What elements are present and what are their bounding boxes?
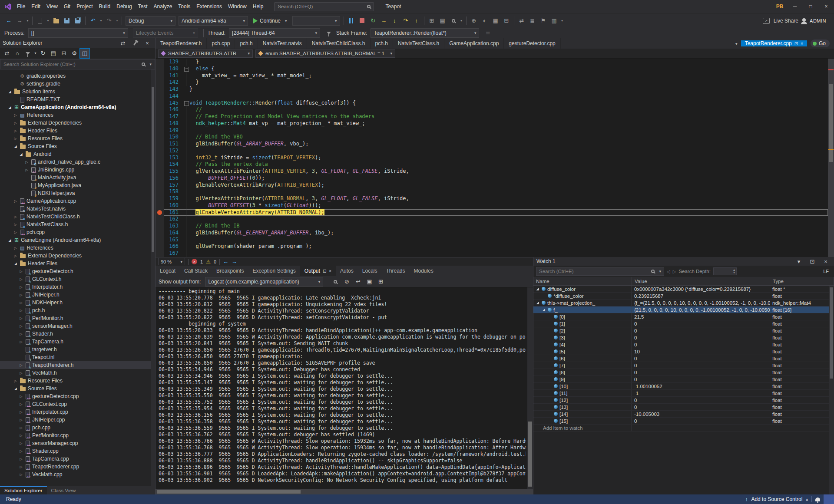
output-word-wrap-button[interactable]: ↩ [353, 277, 363, 287]
output-vertical-scrollbar[interactable] [527, 287, 533, 489]
tree-item[interactable]: ▷++GameApplication.cpp [0, 197, 155, 205]
expander-icon[interactable]: ◢ [13, 387, 18, 391]
tree-item[interactable]: ⚙settings.gradle [0, 80, 155, 88]
output-find-button[interactable] [330, 277, 341, 287]
tree-item[interactable]: ▷++PerfMonitor.cpp [0, 432, 155, 439]
code-line-150[interactable]: 150 // Bind the VBO [156, 134, 828, 141]
expander-icon[interactable]: ▷ [19, 457, 23, 461]
watch-row[interactable]: [14]-10.005003float [533, 411, 834, 418]
tree-item[interactable]: JMainActivity.java [0, 174, 155, 181]
expander-icon[interactable]: ▷ [13, 254, 18, 258]
thread-filter-button[interactable] [324, 28, 334, 38]
watch-row[interactable]: ◢this->mat_projection_{f_={21.5, 0, 0, 0… [533, 300, 834, 306]
watch-row[interactable]: [4]0float [533, 341, 834, 348]
tree-item[interactable]: ▷hNatvisTestChildClass.h [0, 213, 155, 221]
expander-icon[interactable]: ▷ [13, 113, 18, 117]
keep-open-icon[interactable]: ⊡ [794, 41, 798, 46]
menu-file[interactable]: File [14, 1, 28, 12]
breakpoint-margin[interactable] [156, 250, 164, 257]
watch-row[interactable]: [0]21.5float [533, 313, 834, 320]
watch-column-value[interactable]: Value [632, 277, 770, 285]
se-refresh-button[interactable]: ↻ [38, 48, 48, 59]
watch-row[interactable]: [2]0float [533, 327, 834, 334]
pin-icon[interactable]: ⊡ [323, 269, 326, 273]
code-line-165[interactable]: 165 [156, 237, 828, 244]
tree-item[interactable]: ▷▤References [0, 244, 155, 252]
step-out-button[interactable]: ↑ [411, 16, 422, 26]
output-clear-all-button[interactable]: ⊘ [341, 277, 352, 287]
watch-row[interactable]: [9]0float [533, 376, 834, 383]
code-line-166[interactable]: 166 glUseProgram(shader_param_.program_)… [156, 243, 828, 250]
menu-build[interactable]: Build [96, 1, 114, 12]
solution-explorer-scrollbar[interactable] [151, 69, 155, 486]
code-line-140[interactable]: 140 else { [156, 66, 828, 72]
code-line-146[interactable]: 146 // [156, 106, 828, 113]
watch-title-bar[interactable]: Watch 1 ▾⊡× [533, 257, 834, 266]
fold-toggle-icon[interactable] [183, 66, 189, 72]
restart-button[interactable]: ↻ [368, 16, 378, 26]
nav-forward-button[interactable]: → [14, 16, 25, 26]
document-tab[interactable]: NatvisTest.natvis [258, 38, 307, 49]
immediate-window-button[interactable]: ▤ [437, 16, 448, 26]
go-button[interactable]: Go [811, 40, 830, 47]
spinner-arrows[interactable]: ▴▾ [733, 269, 735, 274]
breakpoint-margin[interactable] [156, 141, 164, 148]
attach-to-process-button[interactable]: ⊕ [469, 16, 479, 26]
watch-row[interactable]: [7]0float [533, 362, 834, 369]
se-pin-icon[interactable] [130, 38, 140, 48]
tree-item[interactable]: ▷hInterpolator.h [0, 283, 155, 291]
breakpoint-margin[interactable] [156, 168, 164, 175]
watch-row[interactable]: [13]0float [533, 404, 834, 411]
breakpoint-margin[interactable] [156, 106, 164, 113]
tree-item[interactable]: htargetver.h [0, 346, 155, 353]
tree-item[interactable]: ◢⊞GameEngine (Android-arm64-v8a) [0, 236, 155, 244]
tree-item[interactable]: ▷hsensorManager.h [0, 322, 155, 330]
code-line-154[interactable]: 154 // Pass the vertex data [156, 161, 828, 168]
tree-item[interactable]: README.TXT [0, 96, 155, 103]
tree-item[interactable]: ▷++VecMath.cpp [0, 471, 155, 478]
tree-item[interactable]: ▷hTeapotRenderer.h [0, 361, 155, 369]
watch-row[interactable]: [5]10float [533, 348, 834, 355]
step-into-button[interactable]: ↓ [390, 16, 400, 26]
breakpoint-margin[interactable] [156, 86, 164, 93]
document-tab[interactable]: GameApplication.cpp [444, 38, 504, 49]
se-close-icon[interactable]: × [142, 38, 152, 48]
code-line-160[interactable]: 160 BUFFER_OFFSET(3 * sizeof(GLfloat))); [156, 202, 828, 209]
expander-icon[interactable]: ▷ [19, 426, 23, 430]
se-switch-views-icon[interactable]: ⇄ [118, 38, 128, 48]
breakpoint-margin[interactable] [156, 66, 164, 72]
quick-search-box[interactable]: Search (Ctrl+Q) [274, 2, 374, 11]
tree-item[interactable]: ▷hNDKHelper.h [0, 299, 155, 306]
scrollbar-thumb[interactable] [830, 287, 833, 379]
breakpoint-margin[interactable] [156, 161, 164, 168]
expander-icon[interactable]: ▷ [19, 277, 23, 281]
expander-icon[interactable]: ▷ [13, 215, 18, 219]
tree-item[interactable]: ▷hVecMath.h [0, 369, 155, 377]
tree-item[interactable]: ▷++JniBindings.cpp [0, 166, 155, 174]
breakpoint-margin[interactable] [156, 202, 164, 209]
watch-row[interactable]: [3]0float [533, 334, 834, 341]
panel-tab-autos[interactable]: Autos [336, 266, 358, 276]
expander-icon[interactable]: ▷ [19, 402, 23, 406]
account-badge[interactable]: PB [772, 3, 787, 10]
breakpoint-margin[interactable] [156, 155, 164, 161]
source-control-chevron-icon[interactable]: ▴ [806, 497, 808, 501]
expander-icon[interactable]: ▷ [19, 449, 23, 453]
output-source-combo[interactable]: Logcat (com.example.gameapplication) ▾ [205, 277, 323, 287]
expander-icon[interactable]: ▷ [13, 246, 18, 250]
se-filter-dropdown[interactable]: ▾ [33, 48, 38, 59]
menu-test[interactable]: Test [135, 1, 151, 12]
members-dropdown[interactable]: enum SHADER_ATTRIBUTES ATTRIB_NORMAL = 1… [255, 49, 395, 58]
feedback-button[interactable] [824, 494, 834, 504]
tree-item[interactable]: ⚙gradle.properties [0, 72, 155, 80]
tree-item[interactable]: NNatvisTest.natvis [0, 205, 155, 213]
add-to-source-control-button[interactable]: Add to Source Control [751, 496, 802, 502]
error-indicator[interactable]: × [192, 259, 197, 264]
document-tab[interactable]: NatvisTestClass.h [393, 38, 444, 49]
code-line-155[interactable]: 155 glVertexAttribPointer(ATTRIB_VERTEX,… [156, 168, 828, 175]
expander-icon[interactable]: ◢ [535, 287, 540, 291]
tree-item[interactable]: ▷hgestureDetector.h [0, 267, 155, 275]
document-tab[interactable]: NatvisTestChildClass.h [307, 38, 371, 49]
expander-icon[interactable]: ▷ [24, 160, 29, 164]
nav-backward-button[interactable]: ← [3, 16, 14, 26]
